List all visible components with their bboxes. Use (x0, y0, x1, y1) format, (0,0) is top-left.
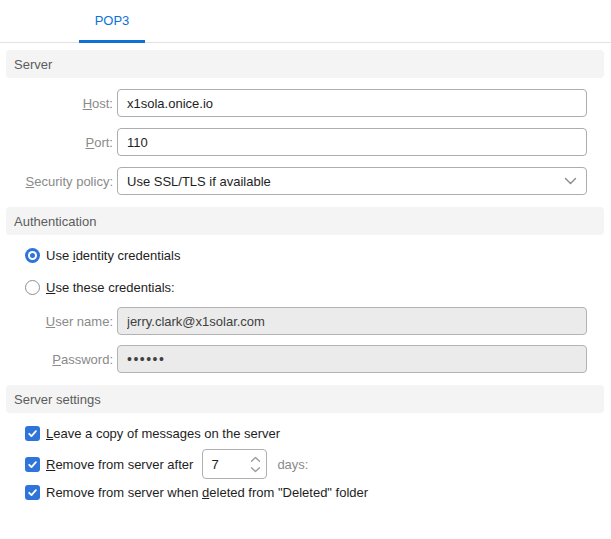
port-row: Port: (0, 128, 611, 156)
user-name-row: User name: (0, 307, 611, 335)
user-name-input (117, 307, 587, 335)
checkbox-remove-when-deleted[interactable] (25, 485, 40, 500)
radio-row-use-identity-credentials: Use identity credentials (25, 248, 611, 263)
days-spinner (202, 449, 267, 479)
host-label: Host: (0, 96, 113, 111)
password-row: Password: (0, 345, 611, 373)
radio-use-identity-credentials-label[interactable]: Use identity credentials (46, 248, 180, 263)
radio-use-identity-credentials[interactable] (25, 248, 40, 263)
pop3-settings-page: POP3 Server Host: Port: Security policy:… (0, 0, 611, 500)
chevron-down-icon (564, 177, 577, 185)
chevron-down-icon (250, 466, 261, 473)
days-unit-label: days: (277, 457, 308, 472)
security-policy-row: Security policy: Use SSL/TLS if availabl… (0, 167, 611, 195)
password-input (117, 345, 587, 373)
section-title-authentication: Authentication (14, 214, 96, 229)
host-row: Host: (0, 89, 611, 117)
days-spinner-buttons (250, 450, 266, 478)
tab-pop3-label: POP3 (95, 13, 130, 28)
radio-row-use-these-credentials: Use these credentials: (25, 280, 611, 295)
chevron-up-icon (250, 456, 261, 463)
days-spinner-input[interactable] (203, 450, 250, 478)
check-icon (27, 459, 38, 470)
checkbox-remove-after-label[interactable]: Remove from server after (46, 457, 193, 472)
port-input[interactable] (117, 128, 587, 156)
security-policy-value: Use SSL/TLS if available (127, 174, 271, 189)
checkbox-remove-after[interactable] (25, 457, 40, 472)
spinner-down-button[interactable] (250, 464, 261, 474)
user-name-label: User name: (0, 314, 113, 329)
radio-use-these-credentials-label[interactable]: Use these credentials: (46, 280, 175, 295)
port-label: Port: (0, 135, 113, 150)
check-row-leave-copy: Leave a copy of messages on the server (25, 426, 611, 441)
check-row-remove-after: Remove from server after days: (25, 449, 611, 479)
spinner-up-button[interactable] (250, 454, 261, 464)
security-policy-select[interactable]: Use SSL/TLS if available (117, 167, 587, 195)
tab-pop3[interactable]: POP3 (79, 0, 145, 43)
section-header-server-settings: Server settings (6, 385, 604, 413)
check-icon (27, 428, 38, 439)
checkbox-leave-copy[interactable] (25, 426, 40, 441)
password-label: Password: (0, 352, 113, 367)
tab-bar: POP3 (0, 0, 611, 43)
section-title-server-settings: Server settings (14, 392, 101, 407)
radio-use-these-credentials[interactable] (25, 280, 40, 295)
checkbox-remove-when-deleted-label[interactable]: Remove from server when deleted from "De… (46, 485, 368, 500)
section-title-server: Server (14, 57, 52, 72)
check-icon (27, 487, 38, 498)
section-header-authentication: Authentication (6, 207, 604, 235)
host-input[interactable] (117, 89, 587, 117)
security-policy-label: Security policy: (0, 174, 113, 189)
checkbox-leave-copy-label[interactable]: Leave a copy of messages on the server (46, 426, 280, 441)
check-row-remove-when-deleted: Remove from server when deleted from "De… (25, 485, 611, 500)
section-header-server: Server (6, 50, 604, 78)
